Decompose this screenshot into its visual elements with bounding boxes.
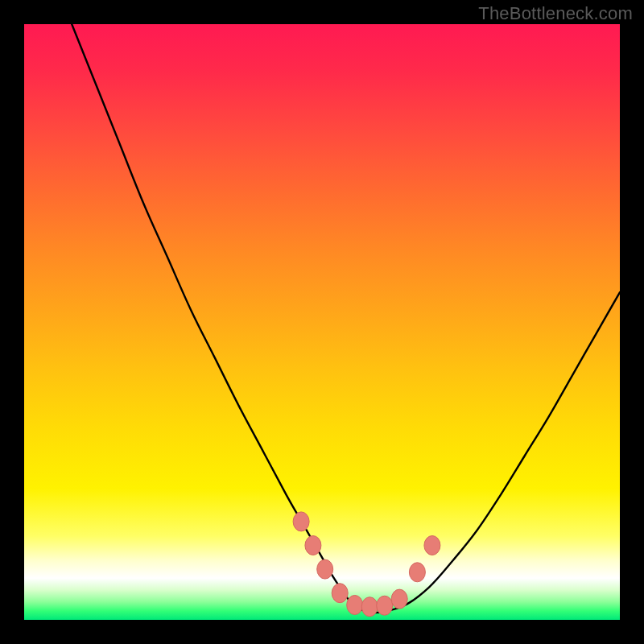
curve-layer [24, 24, 620, 620]
curve-markers [293, 512, 440, 617]
curve-marker [391, 589, 407, 609]
curve-marker [409, 563, 425, 582]
curve-marker [332, 584, 348, 603]
curve-marker [305, 536, 321, 555]
chart-frame: TheBottleneck.com [0, 0, 644, 644]
curve-marker [293, 512, 309, 531]
curve-marker [424, 536, 440, 555]
curve-marker [317, 559, 333, 579]
bottleneck-curve [72, 24, 620, 613]
plot-area [24, 24, 620, 620]
curve-marker [361, 597, 378, 617]
curve-marker [347, 596, 363, 615]
watermark-text: TheBottleneck.com [478, 3, 633, 24]
curve-marker [377, 596, 393, 615]
